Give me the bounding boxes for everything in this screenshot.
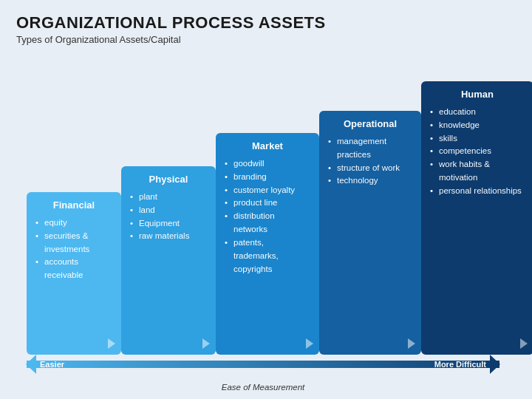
card-human: Human education knowledge skills compete…	[421, 81, 532, 355]
page: ORGANIZATIONAL PROCESS ASSETS Types of O…	[0, 0, 532, 399]
arrow-body	[27, 361, 499, 368]
card-arrow-market	[306, 338, 313, 349]
operational-list: management practices structure of work t…	[328, 135, 412, 188]
list-item: structure of work	[328, 162, 412, 175]
list-item: distribution networks	[225, 210, 310, 236]
list-item: branding	[225, 171, 310, 184]
card-arrow-human	[520, 338, 528, 349]
list-item: product line	[225, 197, 310, 210]
list-item: work habits & motivation	[430, 158, 525, 185]
card-arrow-financial	[108, 338, 115, 349]
ease-of-measurement-label: Ease of Measurement	[222, 383, 305, 392]
list-item: management practices	[328, 135, 412, 162]
list-item: Equipment	[130, 217, 207, 231]
card-operational: Operational management practices structu…	[319, 111, 421, 355]
list-item: accounts receivable	[35, 256, 112, 282]
arrow-right-head	[490, 355, 500, 374]
page-subtitle: Types of Organizational Assets/Capital	[16, 34, 516, 45]
list-item: skills	[430, 132, 525, 146]
card-market: Market goodwill branding customer loyalt…	[216, 133, 319, 355]
list-item: knowledge	[430, 119, 525, 132]
page-title: ORGANIZATIONAL PROCESS ASSETS	[16, 13, 516, 33]
staircase-area: Financial equity securities & investment…	[16, 55, 516, 392]
arrow-label-more-difficult: More Difficult	[434, 360, 486, 369]
arrow-label-easier: Easier	[40, 360, 64, 369]
list-item: education	[430, 106, 525, 119]
list-item: plant	[130, 191, 207, 204]
card-financial: Financial equity securities & investment…	[27, 192, 121, 355]
card-physical: Physical plant land Equipment raw materi…	[121, 166, 216, 355]
arrow-left-head	[26, 355, 36, 374]
bottom-section: Easier More Difficult Ease of Measuremen…	[27, 355, 499, 392]
human-list: education knowledge skills competencies …	[430, 106, 525, 198]
card-arrow-operational	[408, 338, 415, 349]
list-item: technology	[328, 174, 412, 188]
list-item: raw materials	[130, 230, 207, 243]
list-item: goodwill	[225, 157, 310, 171]
list-item: customer loyalty	[225, 184, 310, 197]
physical-list: plant land Equipment raw materials	[130, 191, 207, 243]
financial-list: equity securities & investments accounts…	[35, 216, 112, 282]
arrow-container: Easier More Difficult	[27, 355, 499, 374]
list-item: personal relationships	[430, 185, 525, 198]
list-item: land	[130, 204, 207, 217]
market-header: Market	[225, 140, 310, 151]
human-header: Human	[430, 89, 525, 100]
list-item: patents, trademarks, copyrights	[225, 236, 310, 276]
physical-header: Physical	[130, 174, 207, 185]
list-item: competencies	[430, 145, 525, 158]
financial-header: Financial	[35, 200, 112, 211]
market-list: goodwill branding customer loyalty produ…	[225, 157, 310, 276]
list-item: equity	[35, 216, 112, 230]
operational-header: Operational	[328, 118, 412, 129]
list-item: securities & investments	[35, 230, 112, 256]
card-arrow-physical	[202, 338, 210, 349]
